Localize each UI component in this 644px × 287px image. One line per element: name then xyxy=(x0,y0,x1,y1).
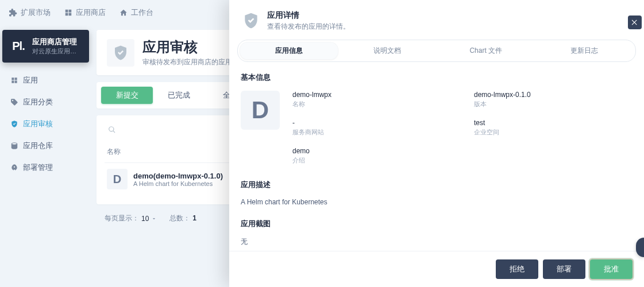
tab-new-submit[interactable]: 新提交 xyxy=(101,87,153,104)
meta-site-value: - xyxy=(292,119,451,127)
topnav-store-label: 应用商店 xyxy=(76,7,106,18)
drawer-tab-changelog[interactable]: 更新日志 xyxy=(535,42,634,60)
meta-intro-value: demo xyxy=(292,147,451,155)
total-count: 总数：1 xyxy=(169,214,196,223)
page-size-selector[interactable]: 每页显示： 10 xyxy=(105,214,157,223)
app-description-text: A Helm chart for Kubernetes xyxy=(241,198,633,206)
puzzle-icon xyxy=(9,9,17,17)
close-icon xyxy=(631,18,639,26)
topnav-extend-label: 扩展市场 xyxy=(21,7,51,18)
sidebar-item-deploy[interactable]: 部署管理 xyxy=(5,158,87,177)
sidebar-item-categories[interactable]: 应用分类 xyxy=(5,92,87,112)
drawer-tab-chart[interactable]: Chart 文件 xyxy=(437,42,535,60)
drawer-tab-info[interactable]: 应用信息 xyxy=(240,42,338,60)
sidebar-item-label: 应用审核 xyxy=(23,119,53,129)
total-label: 总数： xyxy=(169,214,190,222)
sidebar-header[interactable]: Pl. 应用商店管理 对云原生应用的发布、… xyxy=(2,30,89,63)
sidebar-logo: Pl. xyxy=(9,37,28,56)
sidebar-item-label: 部署管理 xyxy=(23,162,53,173)
row-title: demo(demo-lmwpx-0.1.0) xyxy=(133,172,223,180)
sidebar-item-label: 应用 xyxy=(23,75,38,86)
basic-info: D demo-lmwpx 名称 demo-lmwpx-0.1.0 版本 - 服务… xyxy=(241,91,633,165)
page-title: 应用审核 xyxy=(142,38,239,56)
topnav-workbench-label: 工作台 xyxy=(131,7,153,18)
sidebar-item-review[interactable]: 应用审核 xyxy=(5,114,87,134)
total-value: 1 xyxy=(192,214,196,222)
meta-site: - 服务商网站 xyxy=(292,119,451,137)
meta-intro: demo 介绍 xyxy=(292,147,451,165)
app-icon: D xyxy=(241,91,280,130)
drawer-footer: 拒绝 部署 批准 xyxy=(229,251,644,287)
app-screenshot-none: 无 xyxy=(241,237,633,247)
meta-workspace: test 企业空间 xyxy=(474,119,633,137)
topnav-extend[interactable]: 扩展市场 xyxy=(9,7,51,18)
meta-site-label: 服务商网站 xyxy=(292,128,451,137)
tag-icon xyxy=(10,98,18,106)
sidebar-item-repo[interactable]: 应用仓库 xyxy=(5,136,87,156)
grid-icon xyxy=(64,9,72,17)
approve-button[interactable]: 批准 xyxy=(590,259,633,279)
row-app-icon: D xyxy=(107,169,128,189)
tab-done[interactable]: 已完成 xyxy=(153,87,205,104)
app-description-section: 应用描述 A Helm chart for Kubernetes xyxy=(241,180,633,206)
sidebar-logo-text: Pl. xyxy=(12,40,24,53)
meta-name-label: 名称 xyxy=(292,100,451,108)
drawer-tabs-wrap: 应用信息 说明文档 Chart 文件 更新日志 xyxy=(229,40,644,62)
sidebar-title: 应用商店管理 xyxy=(32,37,82,47)
row-sub: A Helm chart for Kubernetes xyxy=(133,180,223,187)
drawer-tab-doc[interactable]: 说明文档 xyxy=(338,42,437,60)
app-screenshot-section: 应用截图 无 xyxy=(241,219,633,247)
per-page-label: 每页显示： xyxy=(105,214,139,223)
reject-button[interactable]: 拒绝 xyxy=(496,259,538,279)
shield-check-icon xyxy=(241,10,261,31)
row-icon-letter: D xyxy=(113,173,121,186)
detail-drawer: 应用详情 查看待发布的应用的详情。 应用信息 说明文档 Chart 文件 更新日… xyxy=(229,0,644,287)
sidebar-item-label: 应用分类 xyxy=(23,97,53,107)
house-icon xyxy=(119,9,128,17)
sidebar-subtitle: 对云原生应用的发布、… xyxy=(32,47,82,56)
drawer-tabs: 应用信息 说明文档 Chart 文件 更新日志 xyxy=(237,40,636,62)
drawer-header: 应用详情 查看待发布的应用的详情。 xyxy=(229,0,644,40)
meta-version-label: 版本 xyxy=(474,100,633,108)
per-page-value: 10 xyxy=(141,215,149,223)
meta-name-value: demo-lmwpx xyxy=(292,91,451,99)
meta-version: demo-lmwpx-0.1.0 版本 xyxy=(474,91,633,108)
page-subtitle: 审核待发布到应用商店的应用。 xyxy=(142,57,239,67)
app-icon xyxy=(10,76,18,84)
drawer-subtitle: 查看待发布的应用的详情。 xyxy=(267,22,350,32)
sidebar: Pl. 应用商店管理 对云原生应用的发布、… 应用 应用分类 应用审核 应用仓库… xyxy=(2,30,89,180)
topnav-store[interactable]: 应用商店 xyxy=(64,7,106,18)
app-screenshot-title: 应用截图 xyxy=(241,219,633,229)
topnav-workbench[interactable]: 工作台 xyxy=(119,7,153,18)
meta-workspace-label: 企业空间 xyxy=(474,128,633,137)
meta-name: demo-lmwpx 名称 xyxy=(292,91,451,108)
rocket-icon xyxy=(10,164,18,172)
meta-intro-label: 介绍 xyxy=(292,156,451,165)
chevron-down-icon xyxy=(151,216,157,222)
drawer-body: 基本信息 D demo-lmwpx 名称 demo-lmwpx-0.1.0 版本… xyxy=(229,62,644,251)
shield-check-icon xyxy=(10,120,18,128)
meta-workspace-value: test xyxy=(474,119,633,127)
deploy-button[interactable]: 部署 xyxy=(543,259,585,279)
sidebar-item-apps[interactable]: 应用 xyxy=(5,71,87,90)
shield-icon xyxy=(107,39,134,67)
drawer-title: 应用详情 xyxy=(267,10,350,21)
meta-version-value: demo-lmwpx-0.1.0 xyxy=(474,91,633,99)
close-button[interactable] xyxy=(628,15,642,29)
database-icon xyxy=(10,142,18,150)
app-description-title: 应用描述 xyxy=(241,180,633,190)
basic-info-title: 基本信息 xyxy=(241,72,633,83)
sidebar-item-label: 应用仓库 xyxy=(23,141,53,151)
app-icon-letter: D xyxy=(252,96,269,124)
search-icon xyxy=(108,126,116,134)
